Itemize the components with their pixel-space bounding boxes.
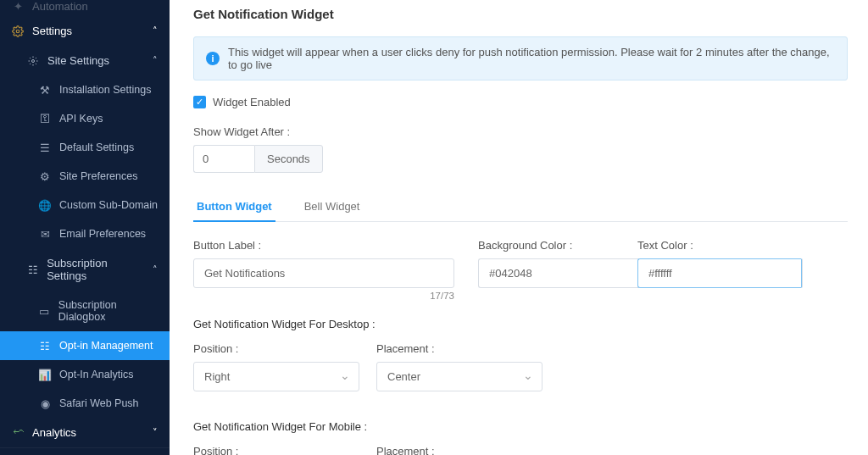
sidebar-item-safari[interactable]: ◉ Safari Web Push bbox=[0, 389, 170, 418]
info-text: This widget will appear when a user clic… bbox=[228, 46, 835, 71]
sidebar-item-email-prefs[interactable]: ✉ Email Preferences bbox=[0, 219, 170, 248]
chevron-up-icon: ˄ bbox=[153, 264, 158, 275]
safari-icon: ◉ bbox=[39, 397, 51, 409]
mobile-position-label: Position : bbox=[193, 445, 359, 455]
label: Analytics bbox=[32, 426, 76, 439]
info-icon: i bbox=[206, 52, 220, 65]
label: Installation Settings bbox=[59, 84, 151, 96]
page-title: Get Notification Widget bbox=[193, 7, 848, 21]
bg-color-label: Background Color : bbox=[478, 239, 614, 252]
show-after-input[interactable] bbox=[193, 145, 254, 173]
gear-icon bbox=[27, 55, 39, 67]
text-color-swatch[interactable] bbox=[801, 258, 803, 288]
bg-color-input[interactable] bbox=[478, 258, 642, 288]
text-color-label: Text Color : bbox=[637, 239, 773, 252]
sidebar-item-default-settings[interactable]: ☰ Default Settings bbox=[0, 133, 170, 162]
button-label-input[interactable] bbox=[193, 258, 454, 288]
sidebar-item-site-settings[interactable]: Site Settings ˄ bbox=[0, 46, 170, 75]
sidebar-item-api-keys[interactable]: ⚿ API Keys bbox=[0, 104, 170, 133]
sidebar-item-optin-analytics[interactable]: 📊 Opt-In Analytics bbox=[0, 360, 170, 389]
mobile-placement-label: Placement : bbox=[376, 445, 542, 455]
analytics-icon: ⬿ bbox=[12, 427, 24, 439]
sidebar: ✦ Automation Settings ˄ Site Settings ˄ … bbox=[0, 0, 170, 455]
label: Opt-In Analytics bbox=[59, 369, 134, 380]
desktop-placement-label: Placement : bbox=[376, 342, 542, 355]
sidebar-item-sub-dialog[interactable]: ▭ Subscription Dialogbox bbox=[0, 291, 170, 331]
desktop-position-select[interactable]: Right bbox=[193, 362, 359, 391]
label: Automation bbox=[32, 0, 88, 13]
widget-enabled-row[interactable]: ✓ Widget Enabled bbox=[193, 96, 848, 108]
seconds-addon: Seconds bbox=[254, 145, 323, 173]
chevron-down-icon: ˅ bbox=[153, 427, 158, 438]
label: Opt-in Management bbox=[59, 340, 153, 352]
label: Subscription Settings bbox=[47, 257, 144, 282]
label: Subscription Dialogbox bbox=[58, 299, 158, 323]
sidebar-collapse-button[interactable]: ‹ bbox=[0, 447, 170, 455]
manage-icon: ☷ bbox=[39, 340, 51, 352]
label: Email Preferences bbox=[59, 228, 146, 240]
sidebar-item-installation[interactable]: ⚒ Installation Settings bbox=[0, 75, 170, 104]
svg-point-0 bbox=[16, 30, 19, 33]
sidebar-item-settings[interactable]: Settings ˄ bbox=[0, 16, 170, 46]
info-banner: i This widget will appear when a user cl… bbox=[193, 36, 848, 80]
globe-icon: 🌐 bbox=[39, 199, 51, 211]
show-after-field: Seconds bbox=[193, 145, 848, 173]
sliders-icon: ⚙ bbox=[39, 170, 51, 182]
mail-icon: ✉ bbox=[39, 228, 51, 240]
main-content: Get Notification Widget i This widget wi… bbox=[170, 0, 868, 455]
label: Safari Web Push bbox=[59, 397, 139, 409]
label: API Keys bbox=[59, 113, 103, 125]
chevron-up-icon: ˄ bbox=[153, 25, 158, 36]
gear-icon bbox=[12, 25, 24, 37]
chevron-up-icon: ˄ bbox=[153, 55, 158, 66]
sidebar-item-analytics[interactable]: ⬿ Analytics ˅ bbox=[0, 418, 170, 447]
sidebar-item-optin-mgmt[interactable]: ☷ Opt-in Management bbox=[0, 331, 170, 360]
label: Site Preferences bbox=[59, 170, 137, 182]
tab-button-widget[interactable]: Button Widget bbox=[193, 193, 275, 221]
automation-icon: ✦ bbox=[12, 1, 24, 13]
label: Site Settings bbox=[47, 54, 109, 67]
button-label-counter: 17/73 bbox=[193, 291, 454, 301]
tab-bell-widget[interactable]: Bell Widget bbox=[301, 193, 364, 221]
list-icon: ☷ bbox=[27, 264, 38, 275]
sidebar-item-site-prefs[interactable]: ⚙ Site Preferences bbox=[0, 162, 170, 191]
text-color-input[interactable] bbox=[637, 258, 801, 288]
sidebar-item-automation[interactable]: ✦ Automation bbox=[0, 0, 170, 16]
label: Default Settings bbox=[59, 141, 134, 153]
desktop-position-label: Position : bbox=[193, 342, 359, 355]
sliders-icon: ☰ bbox=[39, 141, 51, 153]
button-label-label: Button Label : bbox=[193, 239, 454, 252]
desktop-placement-select[interactable]: Center bbox=[376, 362, 542, 391]
tabs: Button Widget Bell Widget bbox=[193, 193, 848, 222]
mobile-section-title: Get Notification Widget For Mobile : bbox=[193, 420, 848, 433]
chart-icon: 📊 bbox=[39, 369, 51, 380]
dialog-icon: ▭ bbox=[39, 305, 50, 317]
svg-point-1 bbox=[32, 59, 35, 62]
label: Custom Sub-Domain bbox=[59, 199, 158, 211]
sidebar-item-custom-sub[interactable]: 🌐 Custom Sub-Domain bbox=[0, 191, 170, 219]
checkbox-label: Widget Enabled bbox=[213, 96, 291, 108]
show-after-label: Show Widget After : bbox=[193, 125, 848, 138]
desktop-section-title: Get Notification Widget For Desktop : bbox=[193, 318, 848, 330]
label: Settings bbox=[32, 25, 72, 37]
key-icon: ⚿ bbox=[39, 113, 51, 125]
checkbox-checked-icon[interactable]: ✓ bbox=[193, 96, 206, 108]
sidebar-item-subscription[interactable]: ☷ Subscription Settings ˄ bbox=[0, 248, 170, 291]
wrench-icon: ⚒ bbox=[39, 84, 51, 96]
